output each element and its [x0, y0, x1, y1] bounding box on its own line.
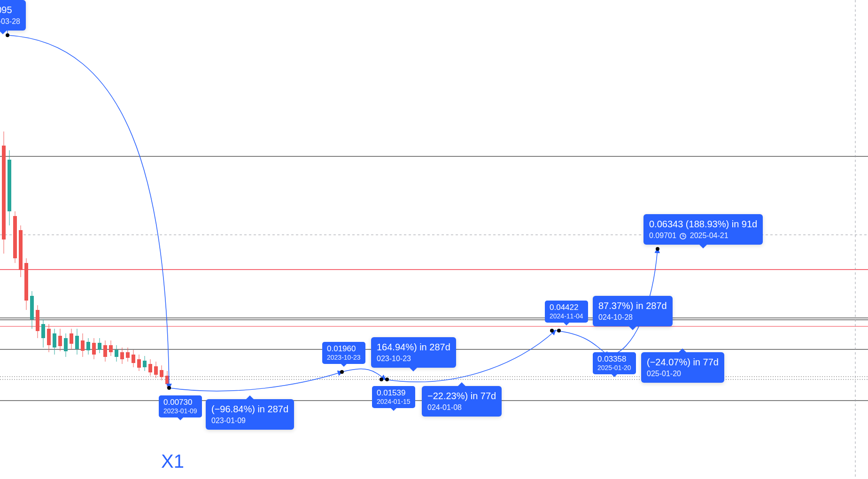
svg-rect-51: [143, 361, 147, 367]
svg-rect-33: [92, 343, 96, 355]
svg-rect-49: [137, 359, 141, 368]
svg-rect-59: [165, 376, 169, 384]
svg-point-62: [340, 370, 344, 374]
svg-rect-35: [98, 343, 101, 350]
swing-dots: [6, 33, 659, 390]
svg-rect-23: [64, 338, 68, 351]
svg-point-63: [380, 378, 383, 381]
svg-rect-47: [132, 355, 135, 363]
x1-label: X1: [161, 451, 184, 472]
svg-rect-57: [160, 370, 163, 377]
svg-rect-37: [103, 345, 107, 357]
svg-rect-53: [148, 364, 152, 372]
svg-point-64: [385, 378, 389, 381]
svg-rect-7: [19, 230, 23, 270]
svg-rect-31: [86, 342, 90, 350]
svg-rect-25: [70, 333, 73, 344]
svg-rect-19: [53, 333, 56, 348]
tooltip-start: 23095 022-03-28: [0, 0, 26, 31]
tooltip-peak2: 164.94%) in 287d 023-10-23: [371, 337, 456, 368]
tooltip-peak3-price: 0.04422 2024-11-04: [545, 301, 588, 323]
svg-point-61: [167, 386, 171, 390]
svg-rect-29: [81, 340, 85, 351]
swing-arcs: [8, 35, 658, 391]
clock-icon: [680, 233, 686, 240]
svg-rect-27: [75, 336, 79, 349]
tooltip-drop3: (−24.07%) in 77d 025-01-20: [641, 352, 724, 383]
svg-rect-55: [154, 366, 158, 375]
tooltip-drop1-price: 0.00730 2023-01-09: [159, 395, 202, 417]
tooltip-drop3-price: 0.03358 2025-01-20: [593, 352, 636, 374]
svg-rect-41: [115, 350, 118, 357]
tooltip-drop1: (−96.84%) in 287d 023-01-09: [206, 399, 294, 430]
tooltip-drop2-price: 0.01539 2024-01-15: [372, 386, 415, 408]
svg-rect-21: [58, 336, 62, 346]
svg-point-65: [550, 329, 554, 332]
svg-rect-3: [8, 160, 11, 211]
svg-rect-43: [120, 352, 124, 359]
svg-rect-9: [24, 263, 28, 301]
tooltip-peak3: 87.37%) in 287d 024-10-28: [593, 296, 673, 326]
svg-point-66: [557, 329, 561, 332]
svg-rect-17: [47, 329, 51, 345]
svg-rect-39: [109, 345, 113, 352]
svg-rect-11: [30, 296, 34, 319]
tooltip-drop2: −22.23%) in 77d 024-01-08: [422, 386, 502, 417]
tooltip-peak2-price: 0.01960 2023-10-23: [322, 342, 365, 364]
svg-rect-45: [126, 352, 130, 358]
svg-rect-15: [41, 324, 45, 338]
svg-rect-1: [2, 146, 6, 240]
svg-rect-5: [13, 216, 17, 258]
price-chart[interactable]: 23095 022-03-28 0.00730 2023-01-09 (−96.…: [0, 0, 868, 479]
svg-point-68: [656, 247, 659, 251]
tooltip-final: 0.06343 (188.93%) in 91d 0.09701 2025-04…: [643, 214, 763, 245]
svg-rect-13: [36, 310, 39, 331]
